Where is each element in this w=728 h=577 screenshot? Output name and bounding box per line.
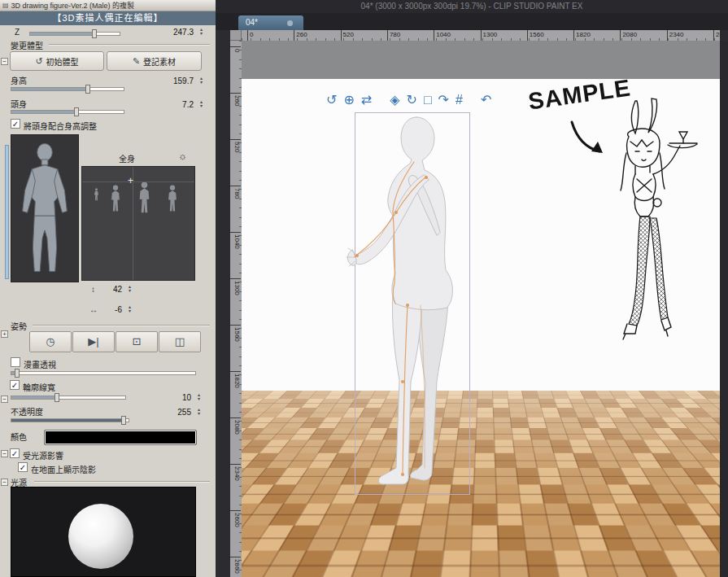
pose-history-button[interactable]: ◷ — [29, 331, 72, 352]
brightness-icon[interactable]: ☼ — [178, 151, 187, 162]
vertical-ruler[interactable]: 0260520780104013001560182020802340260028… — [230, 41, 242, 577]
pose-section-label: 姿勢 — [11, 320, 27, 332]
undo-icon[interactable]: ↶ — [481, 91, 491, 109]
spinner-down-icon[interactable]: ▾ — [195, 412, 203, 416]
reset-body-label: 初始體型 — [46, 55, 79, 68]
spinner-down-icon[interactable]: ▾ — [198, 81, 205, 85]
z-slider[interactable] — [29, 32, 120, 36]
ruler-tick: 2080 — [230, 417, 241, 435]
offset-h-spinner[interactable]: ▴ ▾ — [126, 305, 133, 313]
manga-perspective-checkbox[interactable]: ✓ — [11, 357, 20, 367]
adjust-headbody-label: 將頭身配合身高調整 — [24, 120, 97, 132]
timer-icon[interactable]: ◷ — [459, 515, 472, 533]
object-spin-icon[interactable]: ↷ — [438, 91, 449, 109]
panel-titlebar[interactable]: ▤ 3D drawing figure-Ver.2 (Male) 的複製 — [0, 0, 216, 11]
z-spinner[interactable]: ▴ ▾ — [198, 28, 205, 36]
spinner-down-icon[interactable]: ▾ — [126, 289, 133, 293]
headbody-spinner[interactable]: ▴ ▾ — [198, 100, 205, 108]
collapse-toggle[interactable]: − — [1, 479, 8, 486]
expand-toggle[interactable]: + — [1, 330, 8, 338]
light-affect-checkbox[interactable]: ✓ — [10, 448, 20, 458]
camera-pan-icon[interactable]: ⊕ — [343, 91, 354, 109]
prev-pose-icon[interactable]: ‹ — [248, 515, 261, 533]
multi-model-icon[interactable]: ♟ — [536, 515, 549, 533]
camera-zoom-icon[interactable]: ⇄ — [361, 91, 372, 109]
outline-checkbox[interactable]: ✓ — [10, 380, 20, 390]
layout-icon[interactable]: ⊞ — [557, 515, 570, 533]
outline-color-swatch[interactable] — [44, 430, 197, 445]
fit-view-icon[interactable]: ▣ — [360, 515, 373, 533]
spinner-down-icon[interactable]: ▾ — [126, 309, 133, 313]
paste-pose-button[interactable]: ⊡ — [116, 331, 158, 352]
headbody-label: 頭身 — [11, 98, 27, 110]
z-slider-handle[interactable] — [92, 29, 97, 38]
horizontal-ruler[interactable]: 0260520780104013001560182020802340260028… — [242, 30, 720, 41]
light-sphere[interactable] — [68, 504, 133, 569]
camera-angle-icon[interactable]: ◎ — [339, 515, 352, 533]
collapse-toggle[interactable]: − — [1, 396, 8, 403]
spinner-down-icon[interactable]: ▾ — [198, 104, 205, 108]
ruler-tick: 1560 — [230, 325, 241, 342]
panel-menu-icon[interactable]: ▤ — [2, 2, 9, 9]
mesh-snap-icon[interactable]: # — [456, 91, 463, 109]
wrench-icon[interactable]: ⚙ — [304, 515, 317, 533]
light-source-icon[interactable]: ☀ — [592, 515, 605, 533]
move-figure-icon[interactable]: + — [416, 515, 429, 533]
opacity-spinner[interactable]: ▴ ▾ — [195, 408, 203, 416]
light-source-preview[interactable] — [11, 487, 196, 577]
ground-level-icon[interactable]: ▦ — [381, 515, 395, 533]
object-rotate-icon[interactable]: ↻ — [407, 91, 417, 109]
ground-shadow-checkbox[interactable]: ✓ — [18, 462, 28, 472]
reset-body-button[interactable]: ↺ 初始體型 — [10, 51, 104, 71]
reset-rotation-icon[interactable]: ↻ — [501, 515, 514, 533]
manga-slider-handle[interactable] — [15, 369, 20, 378]
ruler-tick: 0 — [247, 30, 253, 41]
tab-close-icon[interactable] — [287, 20, 293, 26]
height-slider-handle[interactable] — [85, 85, 90, 94]
camera-rotate-icon[interactable]: ↺ — [326, 91, 337, 109]
manga-perspective-slider[interactable] — [11, 371, 196, 375]
object-box-icon[interactable]: □ — [424, 91, 432, 109]
headbody-slider[interactable] — [11, 110, 124, 114]
ruler-tick: 2080 — [620, 30, 637, 41]
body-preview[interactable] — [11, 134, 79, 282]
outline-slider[interactable] — [11, 396, 126, 400]
object-move-icon[interactable]: ◈ — [390, 91, 399, 109]
opacity-slider[interactable] — [11, 418, 129, 422]
height-value[interactable]: 159.7 — [146, 76, 194, 85]
next-pose-icon[interactable]: › — [269, 515, 282, 533]
document-tab[interactable]: 04* — [238, 15, 303, 30]
3d-figure[interactable] — [346, 110, 472, 501]
mirror-pose-icon[interactable]: ▶| — [438, 515, 451, 533]
panel-side-slider[interactable] — [5, 145, 9, 279]
register-material-button[interactable]: ✎ 登記素材 — [107, 51, 202, 71]
headbody-slider-handle[interactable] — [74, 107, 79, 116]
collapse-toggle[interactable]: − — [1, 58, 8, 65]
offset-h-value[interactable]: -6 — [102, 305, 122, 314]
add-figure-icon[interactable]: ♟ — [648, 514, 668, 535]
body-shape-grid[interactable]: + — [81, 166, 195, 281]
canvas-area[interactable]: ↺⊕⇄◈↻□↷#↶ — [242, 41, 728, 577]
adjust-headbody-checkbox[interactable]: ✓ — [11, 119, 20, 129]
opacity-value[interactable]: 255 — [150, 408, 191, 417]
offset-v-value[interactable]: 42 — [102, 285, 122, 294]
spinner-down-icon[interactable]: ▾ — [198, 32, 205, 36]
physics-icon[interactable]: ≈ — [480, 515, 493, 533]
render-setting-icon[interactable]: ▣ — [613, 515, 626, 533]
grid-cursor[interactable]: + — [128, 175, 133, 186]
outline-slider-handle[interactable] — [54, 393, 59, 402]
z-value[interactable]: 247.3 — [146, 28, 194, 37]
export-pose-button[interactable]: ◫ — [159, 331, 201, 352]
opacity-slider-handle[interactable] — [121, 416, 126, 425]
panel-title: 3D drawing figure-Ver.2 (Male) 的複製 — [11, 0, 135, 11]
mirror-pose-button[interactable]: ▶| — [72, 331, 115, 352]
outline-spinner[interactable]: ▴ ▾ — [195, 393, 203, 401]
outline-value[interactable]: 10 — [150, 393, 191, 402]
ground-shadow-label: 在地面上顯示陰影 — [31, 463, 96, 475]
height-slider[interactable] — [11, 87, 124, 91]
collapse-toggle[interactable]: − — [1, 450, 8, 457]
offset-v-spinner[interactable]: ▴ ▾ — [126, 285, 133, 293]
headbody-value[interactable]: 7.2 — [146, 100, 194, 109]
height-spinner[interactable]: ▴ ▾ — [198, 76, 205, 85]
spinner-down-icon[interactable]: ▾ — [195, 397, 203, 401]
